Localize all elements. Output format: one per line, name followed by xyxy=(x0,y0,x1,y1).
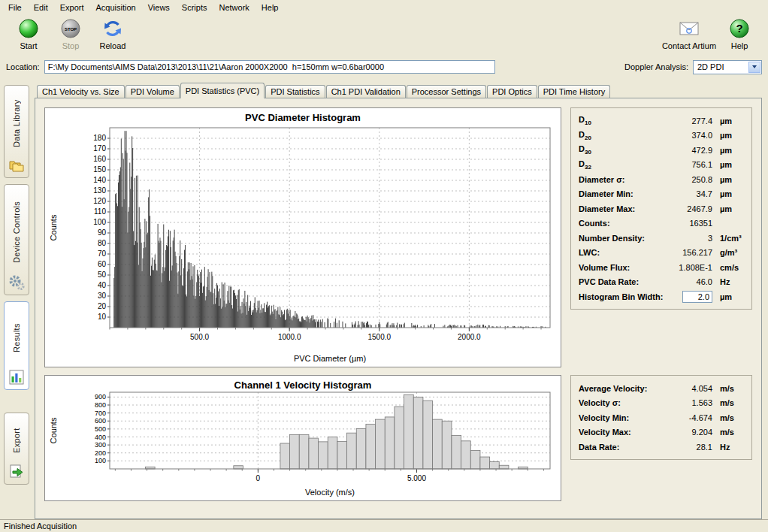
menu-acquisition[interactable]: Acquisition xyxy=(90,2,142,14)
pvc-stat-row-10: Volume Flux:1.808E-1cm/s xyxy=(579,260,745,275)
stat-unit: cm/s xyxy=(712,263,745,272)
stat-label: LWC: xyxy=(579,248,666,257)
y-axis-label: Counts xyxy=(49,214,58,240)
content-area: Ch1 Velocity vs. SizePDI VolumePDI Stati… xyxy=(33,76,768,519)
help-icon: ? xyxy=(728,17,751,40)
stat-label: D32 xyxy=(579,159,666,171)
start-button[interactable]: Start xyxy=(8,17,50,50)
pvc-statistics-panel: D10277.4µmD20374.0µmD30472.9µmD32756.1µm… xyxy=(570,107,752,310)
velocity-stat-row-1: Velocity σ:1.563m/s xyxy=(579,396,745,411)
doppler-analysis-label: Doppler Analysis: xyxy=(624,62,688,71)
y-tick-label: 300 xyxy=(95,441,106,449)
chevron-down-icon[interactable] xyxy=(748,62,760,73)
stop-label: Stop xyxy=(62,41,80,50)
gear-icon xyxy=(8,273,25,291)
stat-unit: µm xyxy=(712,131,745,140)
menu-network[interactable]: Network xyxy=(213,2,255,14)
stat-label: PVC Data Rate: xyxy=(579,277,666,286)
reload-button[interactable]: Reload xyxy=(92,17,134,50)
menu-edit[interactable]: Edit xyxy=(28,2,54,14)
tab-ch1-pdi-validation[interactable]: Ch1 PDI Validation xyxy=(326,85,406,98)
start-icon xyxy=(17,17,40,40)
doppler-analysis-group: Doppler Analysis: 2D PDI xyxy=(624,60,762,74)
svg-text:?: ? xyxy=(736,22,742,35)
stat-value xyxy=(666,291,712,303)
menu-export[interactable]: Export xyxy=(54,2,90,14)
stop-icon: STOP xyxy=(59,17,82,40)
menu-views[interactable]: Views xyxy=(142,2,176,14)
y-tick-label: 700 xyxy=(95,410,106,417)
tab-pdi-volume[interactable]: PDI Volume xyxy=(125,85,180,98)
velocity-stat-row-0: Average Velocity:4.054m/s xyxy=(579,381,745,396)
stat-label: Velocity Min: xyxy=(579,413,666,422)
tab-ch1-velocity-vs-size[interactable]: Ch1 Velocity vs. Size xyxy=(37,85,125,98)
tab-pdi-optics[interactable]: PDI Optics xyxy=(487,85,537,98)
doppler-analysis-select[interactable]: 2D PDI xyxy=(693,60,762,74)
stat-unit: µm xyxy=(712,292,745,301)
pvc-stat-row-9: LWC:156.217g/m³ xyxy=(579,246,745,261)
mail-icon xyxy=(678,17,700,40)
stat-unit: Hz xyxy=(712,277,745,286)
y-tick-label: 50 xyxy=(98,271,107,279)
tab-pdi-statistics[interactable]: PDI Statistics xyxy=(265,85,325,98)
pdi-statistics-pvc-page: PVC Diameter Histogram102030405060708090… xyxy=(44,107,752,501)
stat-unit: g/m³ xyxy=(712,248,745,257)
velocity-stat-row-3: Velocity Max:9.204m/s xyxy=(579,425,745,440)
menu-file[interactable]: File xyxy=(2,2,28,14)
sidebar-item-results[interactable]: Results xyxy=(4,301,29,390)
stat-unit: µm xyxy=(712,116,745,125)
y-tick-label: 110 xyxy=(94,207,106,216)
y-tick-label: 130 xyxy=(93,186,106,195)
sidebar-item-export[interactable]: Export xyxy=(4,413,29,485)
sidebar-item-data-library[interactable]: Data Library xyxy=(4,85,29,178)
sidebar-item-label: Results xyxy=(12,308,21,367)
stop-button[interactable]: STOP Stop xyxy=(50,17,92,50)
velocity-histogram-chart: Channel 1 Velocity Histogram100200300400… xyxy=(45,376,561,500)
stat-unit: m/s xyxy=(712,384,745,393)
y-tick-label: 100 xyxy=(95,457,106,464)
stat-value: 2467.9 xyxy=(666,204,712,213)
stat-label: Velocity σ: xyxy=(579,398,666,407)
velocity-histogram-panel: Channel 1 Velocity Histogram100200300400… xyxy=(44,375,561,501)
x-tick-label: 2000.0 xyxy=(458,333,481,341)
stat-value: 1.563 xyxy=(666,398,712,407)
x-tick-label: 1000.0 xyxy=(278,333,301,341)
y-tick-label: 40 xyxy=(98,281,107,289)
pvc-stat-row-5: Diameter Min:34.7µm xyxy=(579,187,745,202)
x-tick-label: 0 xyxy=(256,474,261,482)
pvc-stat-row-6: Diameter Max:2467.9µm xyxy=(579,201,745,216)
y-tick-label: 900 xyxy=(95,393,106,401)
x-tick-label: 5.000 xyxy=(407,474,426,482)
histogram-bin-width-input[interactable] xyxy=(682,291,712,303)
tab-pdi-time-history[interactable]: PDI Time History xyxy=(538,85,611,98)
pvc-diameter-histogram-panel: PVC Diameter Histogram102030405060708090… xyxy=(44,107,561,367)
y-tick-label: 200 xyxy=(95,449,106,457)
y-tick-label: 160 xyxy=(93,155,106,163)
stat-value: 1.808E-1 xyxy=(666,263,712,272)
help-button[interactable]: ? Help xyxy=(718,17,760,50)
sidebar-item-device-controls[interactable]: Device Controls xyxy=(4,184,29,295)
pvc-stat-row-7: Counts:16351 xyxy=(579,216,745,231)
start-label: Start xyxy=(20,41,37,50)
contact-artium-button[interactable]: Contact Artium xyxy=(660,17,718,50)
help-label: Help xyxy=(731,41,748,50)
menu-scripts[interactable]: Scripts xyxy=(176,2,213,14)
location-input[interactable] xyxy=(44,60,495,74)
stat-label: D30 xyxy=(579,144,666,156)
y-tick-label: 800 xyxy=(95,401,106,409)
tab-pdi-statistics-pvc[interactable]: PDI Statistics (PVC) xyxy=(180,83,265,98)
doppler-analysis-value: 2D PDI xyxy=(697,62,724,71)
tab-processor-settings[interactable]: Processor Settings xyxy=(407,85,486,98)
stat-value: 3 xyxy=(666,234,712,243)
stat-value: 250.8 xyxy=(666,175,712,184)
stat-label: Counts: xyxy=(579,219,666,228)
y-tick-label: 600 xyxy=(95,417,106,425)
y-tick-label: 100 xyxy=(93,218,106,226)
y-tick-label: 20 xyxy=(98,302,107,310)
stat-value: 34.7 xyxy=(666,189,712,198)
status-text: Finished Acquisition xyxy=(4,521,77,530)
pvc-stat-row-8: Number Density:31/cm³ xyxy=(579,231,745,246)
stat-value: 28.1 xyxy=(666,443,712,452)
velocity-stat-row-2: Velocity Min:-4.674m/s xyxy=(579,410,745,425)
menu-help[interactable]: Help xyxy=(255,2,285,14)
